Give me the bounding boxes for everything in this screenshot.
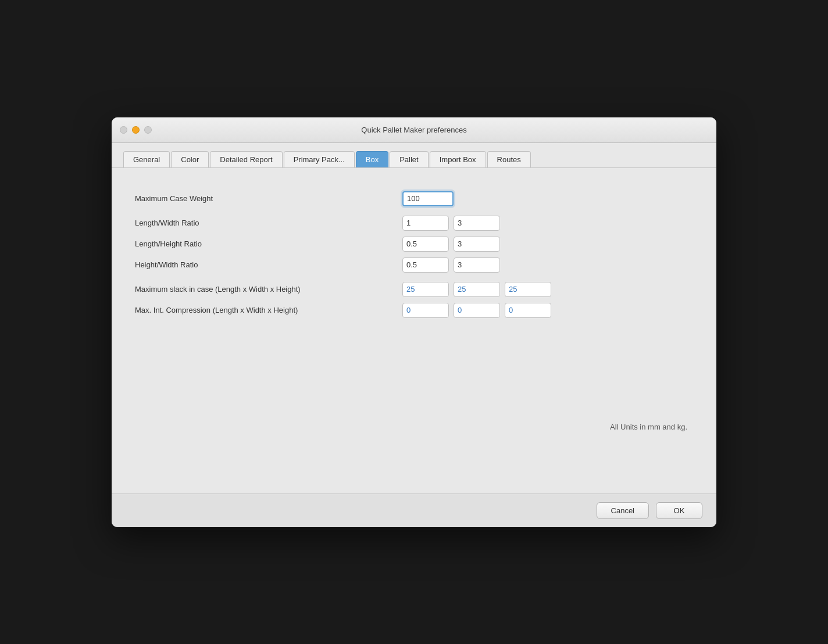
tab-pallet[interactable]: Pallet (390, 151, 429, 167)
tab-routes[interactable]: Routes (487, 151, 531, 167)
content-area: Maximum Case Weight Length/Width Ratio L… (112, 168, 716, 493)
form-section: Maximum Case Weight Length/Width Ratio L… (135, 191, 693, 318)
tab-box[interactable]: Box (356, 151, 388, 167)
max-case-weight-inputs (402, 191, 454, 206)
max-case-weight-input[interactable] (402, 191, 454, 206)
length-width-ratio-inputs (402, 216, 500, 231)
height-width-ratio-inputs (402, 257, 500, 273)
max-slack-label: Maximum slack in case (Length x Width x … (135, 285, 402, 294)
length-width-ratio-input1[interactable] (402, 216, 449, 231)
length-width-ratio-row: Length/Width Ratio (135, 216, 693, 231)
units-note: All Units in mm and kg. (135, 423, 693, 431)
length-height-ratio-label: Length/Height Ratio (135, 239, 402, 248)
length-height-ratio-input1[interactable] (402, 237, 449, 252)
titlebar: Quick Pallet Maker preferences (112, 117, 716, 143)
height-width-ratio-input1[interactable] (402, 257, 449, 273)
length-height-ratio-row: Length/Height Ratio (135, 237, 693, 252)
max-compression-input1[interactable] (402, 303, 449, 318)
max-case-weight-label: Maximum Case Weight (135, 194, 402, 203)
minimize-button[interactable] (132, 126, 140, 134)
tab-import-box[interactable]: Import Box (430, 151, 486, 167)
cancel-button[interactable]: Cancel (597, 502, 649, 519)
length-height-ratio-inputs (402, 237, 500, 252)
maximize-button[interactable] (144, 126, 152, 134)
traffic-lights (120, 126, 152, 134)
max-slack-input3[interactable] (505, 282, 551, 297)
max-compression-row: Max. Int. Compression (Length x Width x … (135, 303, 693, 318)
tab-detailed-report[interactable]: Detailed Report (210, 151, 282, 167)
max-compression-inputs (402, 303, 551, 318)
max-case-weight-row: Maximum Case Weight (135, 191, 693, 206)
close-button[interactable] (120, 126, 127, 134)
height-width-ratio-input2[interactable] (454, 257, 500, 273)
max-slack-inputs (402, 282, 551, 297)
ok-button[interactable]: OK (656, 502, 702, 519)
max-slack-input2[interactable] (454, 282, 500, 297)
tabs-bar: General Color Detailed Report Primary Pa… (112, 143, 716, 168)
tab-color[interactable]: Color (171, 151, 209, 167)
height-width-ratio-row: Height/Width Ratio (135, 257, 693, 273)
max-compression-label: Max. Int. Compression (Length x Width x … (135, 306, 402, 314)
max-slack-input1[interactable] (402, 282, 449, 297)
max-compression-input3[interactable] (505, 303, 551, 318)
footer: Cancel OK (112, 493, 716, 527)
tab-primary-pack[interactable]: Primary Pack... (284, 151, 355, 167)
preferences-window: Quick Pallet Maker preferences General C… (112, 117, 716, 527)
tab-general[interactable]: General (123, 151, 170, 167)
length-height-ratio-input2[interactable] (454, 237, 500, 252)
max-slack-row: Maximum slack in case (Length x Width x … (135, 282, 693, 297)
height-width-ratio-label: Height/Width Ratio (135, 260, 402, 269)
length-width-ratio-input2[interactable] (454, 216, 500, 231)
window-title: Quick Pallet Maker preferences (361, 126, 466, 134)
length-width-ratio-label: Length/Width Ratio (135, 219, 402, 227)
max-compression-input2[interactable] (454, 303, 500, 318)
